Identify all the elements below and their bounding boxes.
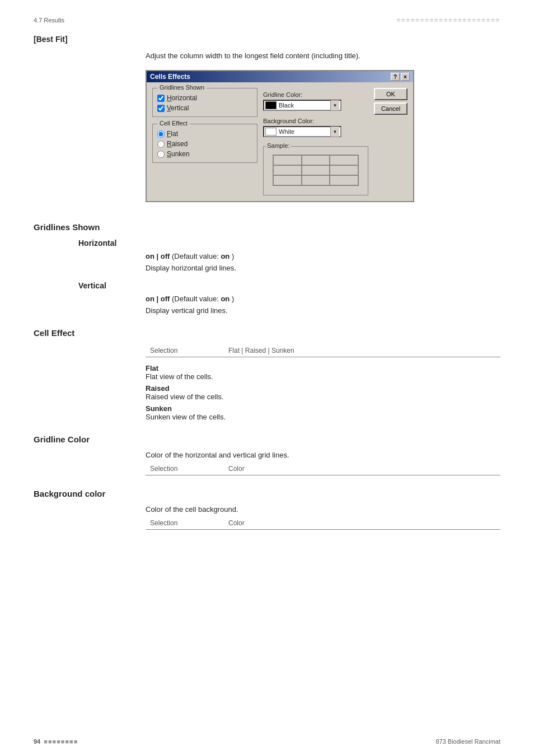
dialog-left-panel: Gridlines Shown Horizontal Vertical Cell… — [152, 88, 257, 195]
sunken-description: Sunken view of the cells. — [146, 413, 500, 421]
sample-label: Sample: — [266, 142, 291, 149]
sample-cell-1 — [273, 155, 302, 165]
header-left: 4.7 Results — [34, 17, 64, 24]
background-color-table: Selection Color — [146, 517, 500, 530]
page-title: [Best Fit] — [34, 35, 500, 44]
sample-cell-4 — [273, 165, 302, 175]
footer-left: 94 ■■■■■■■■ — [34, 738, 78, 745]
gridline-color-table-header: Selection Color — [146, 463, 500, 475]
gridlines-shown-group: Gridlines Shown Horizontal Vertical — [152, 88, 257, 117]
flat-description: Flat view of the cells. — [146, 372, 500, 381]
background-color-section-main: Background color Color of the cell backg… — [34, 489, 500, 530]
horizontal-default-close: ) — [232, 252, 234, 260]
sunken-radio-label: Sunken — [167, 150, 190, 158]
horizontal-label: Horizontal — [167, 94, 197, 102]
white-swatch — [265, 128, 277, 136]
cell-effect-section: Cell Effect Selection Flat | Raised | Su… — [34, 328, 500, 421]
close-button[interactable]: × — [401, 73, 410, 81]
sample-grid — [273, 155, 359, 186]
intro-text: Adjust the column width to the longest f… — [146, 52, 500, 60]
help-button[interactable]: ? — [391, 73, 400, 81]
background-color-row: White ▼ — [263, 126, 368, 137]
gridline-color-description: Color of the horizontal and vertical gri… — [146, 451, 500, 459]
horizontal-subsection: Horizontal on | off (Default value: on )… — [34, 239, 500, 272]
sunken-detail: Sunken Sunken view of the cells. — [146, 404, 500, 421]
sample-cell-9 — [330, 175, 358, 185]
raised-radio[interactable] — [157, 141, 165, 148]
gridline-color-section-main: Gridline Color Color of the horizontal a… — [34, 435, 500, 475]
page-number: 94 — [34, 738, 40, 745]
background-color-section: Background Color: White ▼ — [263, 118, 368, 137]
gridline-color-col1: Selection — [146, 463, 224, 475]
gridlines-shown-heading: Gridlines Shown — [34, 222, 500, 232]
horizontal-default: on | off (Default value: on ) — [146, 252, 500, 260]
header-dots: ====================== — [397, 17, 500, 24]
vertical-default-close: ) — [232, 295, 234, 303]
raised-radio-row: Raised — [157, 140, 252, 148]
horizontal-description: Display horizontal grid lines. — [146, 264, 500, 272]
sunken-radio[interactable] — [157, 151, 165, 158]
dialog-body: Gridlines Shown Horizontal Vertical Cell… — [147, 82, 413, 201]
flat-radio[interactable] — [157, 130, 165, 138]
page-footer: 94 ■■■■■■■■ 873 Biodiesel Rancimat — [0, 738, 534, 745]
black-swatch — [265, 101, 277, 109]
dialog-title: Cells Effects — [150, 73, 190, 81]
background-color-col2: Color — [224, 517, 500, 530]
page-header: 4.7 Results ====================== — [34, 17, 500, 24]
sample-cell-6 — [330, 165, 358, 175]
sample-cell-8 — [302, 175, 330, 185]
white-label: White — [277, 128, 330, 135]
gridline-color-dropdown[interactable]: Black ▼ — [263, 100, 341, 111]
vertical-description: Display vertical grid lines. — [146, 306, 500, 315]
gridline-color-col2: Color — [224, 463, 500, 475]
dialog-middle-panel: Gridline Color: Black ▼ Background Color… — [263, 88, 368, 195]
cell-effect-table: Selection Flat | Raised | Sunken — [146, 344, 500, 357]
black-label: Black — [277, 102, 330, 109]
footer-right: 873 Biodiesel Rancimat — [435, 738, 500, 745]
flat-radio-label: Flat — [167, 130, 178, 138]
vertical-default-value: on — [221, 295, 229, 303]
gridline-color-row: Black ▼ — [263, 100, 368, 111]
dialog-container: Cells Effects ? × Gridlines Shown Horizo… — [146, 70, 500, 202]
horizontal-default-note: (Default value: — [172, 252, 221, 260]
horizontal-checkbox[interactable] — [157, 95, 165, 102]
background-color-dropdown[interactable]: White ▼ — [263, 126, 341, 137]
gridlines-shown-section: Gridlines Shown Horizontal on | off (Def… — [34, 222, 500, 315]
raised-radio-label: Raised — [167, 140, 188, 148]
ok-button[interactable]: OK — [374, 88, 407, 100]
flat-heading: Flat — [146, 364, 500, 372]
gridline-color-heading: Gridline Color — [34, 435, 500, 444]
titlebar-buttons: ? × — [391, 73, 410, 81]
sample-cell-7 — [273, 175, 302, 185]
raised-heading: Raised — [146, 384, 500, 393]
cell-effect-col2: Flat | Raised | Sunken — [224, 344, 500, 357]
cells-effects-dialog: Cells Effects ? × Gridlines Shown Horizo… — [146, 70, 414, 202]
sample-cell-2 — [302, 155, 330, 165]
gridline-color-arrow[interactable]: ▼ — [330, 100, 339, 110]
cell-effect-details: Flat Flat view of the cells. Raised Rais… — [146, 364, 500, 421]
vertical-default: on | off (Default value: on ) — [146, 295, 500, 303]
horizontal-heading: Horizontal — [78, 239, 500, 248]
horizontal-default-value: on — [221, 252, 229, 260]
sample-cell-5 — [302, 165, 330, 175]
table-header-row: Selection Flat | Raised | Sunken — [146, 344, 500, 357]
background-color-arrow[interactable]: ▼ — [330, 127, 339, 137]
sample-box: Sample: — [263, 146, 368, 195]
horizontal-onoff: on | off — [146, 252, 170, 260]
sunken-radio-row: Sunken — [157, 150, 252, 158]
gridlines-shown-label: Gridlines Shown — [157, 84, 207, 91]
dialog-right-panel: OK Cancel — [374, 88, 407, 195]
vertical-onoff: on | off — [146, 295, 170, 303]
gridline-color-section: Gridline Color: Black ▼ — [263, 91, 368, 111]
cell-effect-col1: Selection — [146, 344, 224, 357]
footer-dots: ■■■■■■■■ — [44, 738, 78, 745]
horizontal-checkbox-row: Horizontal — [157, 94, 252, 102]
gridline-color-label: Gridline Color: — [263, 91, 368, 98]
vertical-checkbox[interactable] — [157, 105, 165, 112]
vertical-subsection: Vertical on | off (Default value: on ) D… — [34, 281, 500, 315]
gridline-color-table: Selection Color — [146, 463, 500, 475]
flat-radio-row: Flat — [157, 130, 252, 138]
cancel-button[interactable]: Cancel — [374, 102, 407, 115]
cell-effect-label: Cell Effect — [157, 120, 190, 127]
flat-detail: Flat Flat view of the cells. — [146, 364, 500, 381]
